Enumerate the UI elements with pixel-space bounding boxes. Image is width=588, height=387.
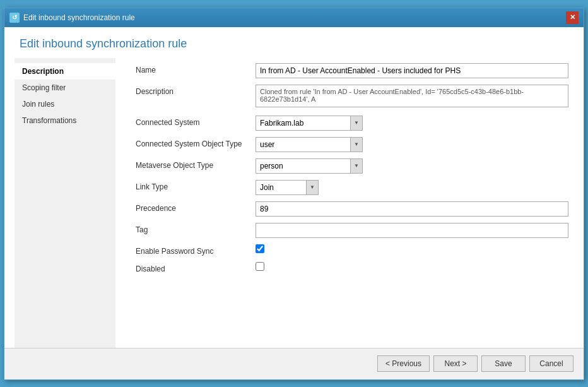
link-type-select[interactable]: Join Provision [256,180,319,195]
content-area: Edit inbound synchronization rule Descri… [4,27,584,348]
link-type-row: Link Type Join Provision ▼ [136,180,568,195]
connected-system-label: Connected System [136,116,256,127]
sidebar-item-join-rules[interactable]: Join rules [15,96,115,112]
name-control-area [256,63,568,78]
main-body: Description Scoping filter Join rules Tr… [4,58,584,348]
cs-object-type-control-area: user ▼ [256,137,568,152]
cs-object-type-select-wrapper: user ▼ [256,137,363,152]
description-label: Description [136,85,256,96]
main-window: ↺ Edit inbound synchronization rule ✕ Ed… [4,8,584,380]
connected-system-control-area: Fabrikam.lab ▼ [256,116,568,131]
connected-system-select-wrapper: Fabrikam.lab ▼ [256,116,363,131]
description-row: Description [136,85,568,109]
disabled-checkbox[interactable] [256,262,264,271]
disabled-checkbox-wrapper [256,262,568,271]
mv-object-type-control-area: person ▼ [256,158,568,174]
name-label: Name [136,63,256,74]
connected-system-row: Connected System Fabrikam.lab ▼ [136,116,568,131]
enable-password-sync-checkbox[interactable] [256,244,264,253]
enable-password-sync-label: Enable Password Sync [136,244,256,256]
enable-password-sync-checkbox-wrapper [256,244,568,253]
precedence-input[interactable] [256,201,568,217]
precedence-row: Precedence [136,201,568,217]
window-title: Edit inbound synchronization rule [23,13,135,22]
mv-object-type-row: Metaverse Object Type person ▼ [136,158,568,174]
tag-input[interactable] [256,223,568,238]
description-control-area [256,85,568,109]
mv-object-type-select-wrapper: person ▼ [256,158,363,174]
footer: < Previous Next > Save Cancel [4,348,584,379]
disabled-control-area [256,262,568,271]
close-button[interactable]: ✕ [566,11,579,24]
disabled-label: Disabled [136,262,256,273]
enable-password-sync-row: Enable Password Sync [136,244,568,256]
sidebar: Description Scoping filter Join rules Tr… [15,58,115,348]
sidebar-item-scoping-filter[interactable]: Scoping filter [15,80,115,96]
mv-object-type-select[interactable]: person [256,158,363,174]
link-type-control-area: Join Provision ▼ [256,180,568,195]
sidebar-item-description[interactable]: Description [15,63,115,80]
cancel-button[interactable]: Cancel [529,355,573,372]
next-button[interactable]: Next > [433,355,478,372]
previous-button[interactable]: < Previous [377,355,430,372]
tag-row: Tag [136,223,568,238]
name-input[interactable] [256,63,568,78]
cs-object-type-label: Connected System Object Type [136,137,256,148]
disabled-row: Disabled [136,262,568,273]
enable-password-sync-control-area [256,244,568,253]
page-title: Edit inbound synchronization rule [4,27,584,58]
description-input[interactable] [256,85,568,107]
title-bar: ↺ Edit inbound synchronization rule ✕ [4,8,584,27]
precedence-control-area [256,201,568,217]
cs-object-type-row: Connected System Object Type user ▼ [136,137,568,152]
title-bar-left: ↺ Edit inbound synchronization rule [9,13,135,23]
tag-control-area [256,223,568,238]
name-row: Name [136,63,568,78]
sync-icon: ↺ [9,13,20,23]
sidebar-item-transformations[interactable]: Transformations [15,112,115,129]
link-type-label: Link Type [136,180,256,191]
cs-object-type-select[interactable]: user [256,137,363,152]
tag-label: Tag [136,223,256,234]
precedence-label: Precedence [136,201,256,213]
mv-object-type-label: Metaverse Object Type [136,158,256,170]
connected-system-select[interactable]: Fabrikam.lab [256,116,363,131]
form-area: Name Description Connected System [115,58,584,348]
link-type-select-wrapper: Join Provision ▼ [256,180,319,195]
save-button[interactable]: Save [481,355,526,372]
